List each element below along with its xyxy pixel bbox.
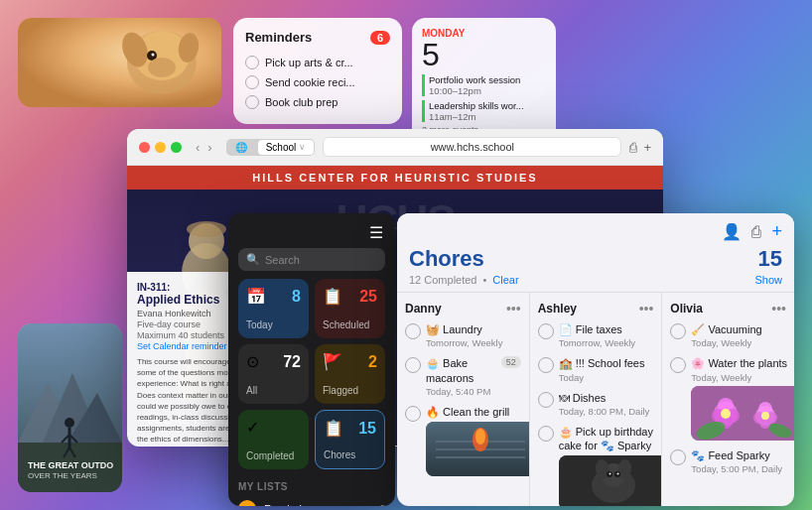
- reminder-text-1: Pick up arts & cr...: [265, 57, 353, 68]
- taxes-title: 📄 File taxes: [559, 322, 654, 336]
- tab-group-item[interactable]: 🌐: [227, 140, 255, 155]
- reminder-text-2: Send cookie reci...: [265, 76, 355, 88]
- reminder-item-3: Book club prep: [245, 92, 390, 112]
- plants-check[interactable]: [670, 357, 686, 373]
- rem-card-scheduled[interactable]: 📋 25 Scheduled: [315, 279, 385, 338]
- chores-show-button[interactable]: Show: [754, 274, 782, 286]
- vacuum-title: 🧹 Vacuuming: [691, 322, 786, 336]
- laundry-check[interactable]: [405, 323, 421, 339]
- cal-event-2: Leadership skills wor... 11am–12m: [422, 100, 546, 122]
- url-bar[interactable]: www.hchs.school: [323, 137, 621, 157]
- rem-card-all[interactable]: ⊙ 72 All: [238, 344, 309, 404]
- outdoor-text: THE GREAT OUTDO OVER THE YEARS: [28, 460, 113, 480]
- macarons-badge: 52: [501, 356, 521, 368]
- reminders-widget-count: 6: [370, 31, 390, 45]
- chores-title-row: Chores 15: [397, 246, 794, 274]
- dog-cake-image: [559, 455, 663, 506]
- maximize-button[interactable]: [171, 142, 182, 153]
- scheduled-label: Scheduled: [323, 319, 377, 330]
- cal-event-2-title: Leadership skills wor...: [429, 100, 546, 111]
- hamburger-icon[interactable]: ☰: [369, 223, 383, 242]
- list-item-reminders[interactable]: 🔔 Reminders 6: [228, 495, 395, 506]
- minimize-button[interactable]: [155, 142, 166, 153]
- chores-completed-label: 12 Completed: [409, 274, 477, 286]
- olivia-col-header: Olivia •••: [668, 301, 788, 317]
- danny-col-more[interactable]: •••: [506, 301, 521, 317]
- add-chore-icon[interactable]: +: [771, 221, 782, 242]
- chores-label: Chores: [324, 449, 376, 460]
- taxes-check[interactable]: [538, 323, 554, 339]
- browser-toolbar: ‹ › 🌐 School ∨ www.hchs.school ⎙ +: [127, 129, 663, 166]
- school-tab[interactable]: School ∨: [258, 140, 315, 155]
- url-text: www.hchs.school: [431, 141, 514, 153]
- cal-day: MONDAY: [422, 28, 546, 39]
- cake-title: 🎂 Pick up birthday cake for 🐾 Sparky: [559, 425, 663, 453]
- sparky-meta: Today, 5:00 PM, Daily: [691, 463, 786, 474]
- browser-actions: ⎙ +: [629, 140, 651, 155]
- rem-card-today[interactable]: 📅 8 Today: [238, 279, 309, 338]
- reminder-circle-3: [245, 95, 259, 109]
- fees-check[interactable]: [538, 357, 554, 373]
- chore-dishes: 🍽 Dishes Today, 8:00 PM, Daily: [536, 391, 656, 417]
- laundry-title: 🧺 Laundry: [426, 322, 521, 336]
- all-count: 72: [283, 353, 301, 371]
- calendar-widget: MONDAY 5 Portfolio work session 10:00–12…: [412, 18, 556, 145]
- ashley-col-header: Ashley •••: [536, 301, 656, 317]
- chores-clear-button[interactable]: Clear: [492, 274, 518, 286]
- chore-vacuuming: 🧹 Vacuuming Today, Weekly: [668, 322, 788, 348]
- chore-clean-grill: 🔥 Clean the grill: [403, 405, 523, 476]
- ashley-col-more[interactable]: •••: [639, 301, 654, 317]
- svg-point-54: [761, 412, 769, 420]
- chore-laundry: 🧺 Laundry Tomorrow, Weekly: [403, 322, 523, 348]
- olivia-col-more[interactable]: •••: [771, 301, 786, 317]
- rem-card-flagged[interactable]: 🚩 2 Flagged: [315, 344, 385, 404]
- macarons-check[interactable]: [405, 357, 421, 373]
- bookmark-icon[interactable]: +: [643, 140, 651, 155]
- all-card-icon: ⊙: [246, 352, 259, 371]
- plants-content: 🌸 Water the plants Today, Weekly: [691, 356, 794, 440]
- chores-big-count: 15: [758, 246, 782, 272]
- completed-label: Completed: [246, 450, 301, 461]
- cal-date: 5: [422, 39, 546, 70]
- rem-card-chores[interactable]: 📋 15 Chores: [315, 410, 385, 469]
- rem-search-bar[interactable]: 🔍 Search: [238, 248, 385, 271]
- fees-content: 🏫 !!! School fees Today: [559, 356, 654, 382]
- laundry-meta: Tomorrow, Weekly: [426, 337, 521, 348]
- reminders-widget: Reminders 6 Pick up arts & cr... Send co…: [233, 18, 402, 124]
- back-button[interactable]: ‹: [194, 140, 202, 155]
- vacuum-check[interactable]: [670, 323, 686, 339]
- plants-title: 🌸 Water the plants: [691, 356, 794, 370]
- cake-check[interactable]: [538, 426, 554, 442]
- share-icon[interactable]: ⎙: [629, 140, 637, 155]
- grill-check[interactable]: [405, 406, 421, 422]
- close-button[interactable]: [139, 142, 150, 153]
- cal-event-1-title: Portfolio work session: [429, 74, 546, 85]
- person-icon[interactable]: 👤: [722, 222, 742, 241]
- reminders-list-count: 6: [379, 503, 385, 506]
- svg-point-32: [475, 429, 485, 445]
- share-chores-icon[interactable]: ⎙: [751, 223, 761, 241]
- laundry-content: 🧺 Laundry Tomorrow, Weekly: [426, 322, 521, 348]
- chores-count: 15: [358, 420, 376, 438]
- chores-card-icon: 📋: [324, 419, 343, 438]
- cake-content: 🎂 Pick up birthday cake for 🐾 Sparky: [559, 425, 663, 506]
- outdoor-title: THE GREAT OUTDO: [28, 460, 113, 471]
- school-name: HILLS CENTER FOR HEURISTIC STUDIES: [147, 172, 643, 184]
- all-label: All: [246, 385, 301, 396]
- scheduled-card-icon: 📋: [323, 287, 342, 306]
- dishes-check[interactable]: [538, 392, 554, 408]
- sparky-title: 🐾 Feed Sparky: [691, 448, 786, 462]
- forward-button[interactable]: ›: [205, 140, 213, 155]
- rem-card-completed[interactable]: ✓ Completed: [238, 410, 309, 469]
- danny-col-header: Danny •••: [403, 301, 523, 317]
- chores-column-danny: Danny ••• 🧺 Laundry Tomorrow, Weekly 🧁 B…: [397, 293, 530, 506]
- macarons-meta: Today, 5:40 PM: [426, 386, 521, 397]
- reminders-list-icon: 🔔: [238, 500, 256, 506]
- dog-photo-widget: [18, 18, 221, 107]
- reminders-app: ☰ 🔍 Search 📅 8 Today 📋 25 Scheduled ⊙ 7: [228, 213, 395, 506]
- fees-meta: Today: [559, 372, 654, 383]
- today-card-icon: 📅: [246, 287, 266, 306]
- sparky-check[interactable]: [670, 449, 686, 465]
- taxes-meta: Tomorrow, Weekly: [559, 337, 654, 348]
- vacuum-content: 🧹 Vacuuming Today, Weekly: [691, 322, 786, 348]
